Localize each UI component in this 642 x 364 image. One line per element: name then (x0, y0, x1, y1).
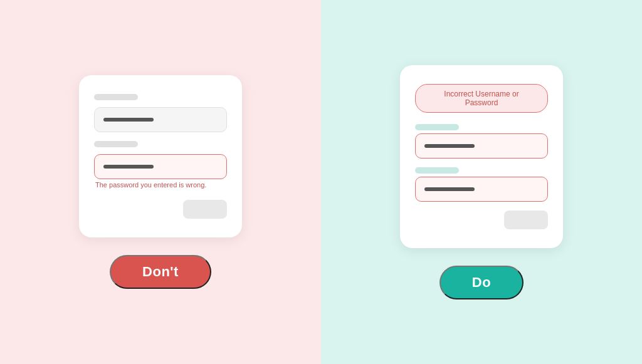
password-label-bar (94, 141, 138, 147)
username-label-bar (94, 94, 138, 100)
right-username-label-bar (415, 124, 459, 130)
password-input-error[interactable] (94, 154, 227, 179)
right-password-label-bar (415, 167, 459, 174)
do-panel: Incorrect Username or Password Do (321, 0, 642, 364)
username-field-group (94, 94, 227, 132)
dont-button[interactable]: Don't (110, 255, 211, 289)
username-input-dots (103, 118, 154, 122)
right-submit-button-placeholder[interactable] (504, 211, 548, 229)
do-card: Incorrect Username or Password (400, 65, 563, 248)
do-button[interactable]: Do (439, 266, 524, 299)
submit-button-placeholder[interactable] (183, 200, 227, 219)
right-username-input-dots (424, 144, 475, 148)
right-password-input[interactable] (415, 177, 548, 202)
password-field-group: The password you entered is wrong. (94, 141, 227, 191)
right-username-field-group (415, 124, 548, 159)
right-password-field-group (415, 167, 548, 202)
dont-panel: The password you entered is wrong. Don't (0, 0, 321, 364)
toast-error-message: Incorrect Username or Password (415, 84, 548, 113)
do-card-inner: Incorrect Username or Password (415, 84, 548, 229)
password-input-dots (103, 165, 154, 169)
right-password-input-dots (424, 187, 475, 191)
right-username-input[interactable] (415, 133, 548, 159)
inline-error-message: The password you entered is wrong. (94, 179, 227, 191)
username-input[interactable] (94, 107, 227, 132)
dont-card: The password you entered is wrong. (79, 75, 242, 237)
